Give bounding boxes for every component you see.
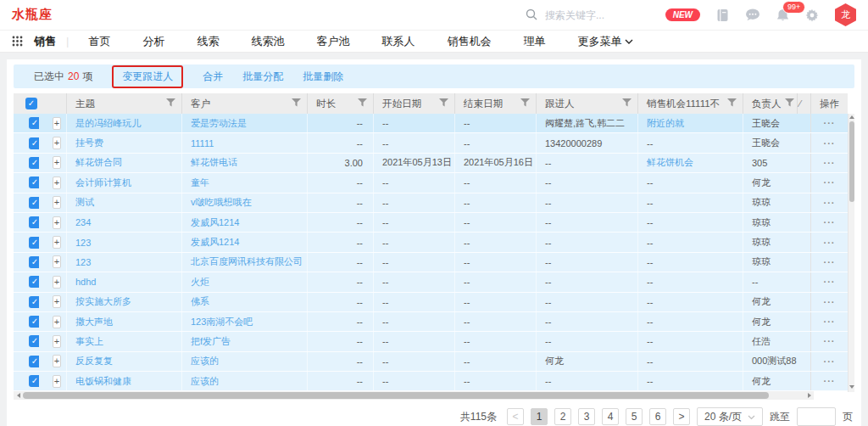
nav-more-menu[interactable]: 更多菜单 [561,34,637,49]
merge-button[interactable]: 合并 [203,70,223,84]
row-more-actions-button[interactable]: ··· [824,297,836,307]
cell-customer[interactable]: 123南湖不会吧 [181,312,307,331]
filter-icon[interactable] [358,98,367,109]
cell-customer[interactable]: 北京百度网讯科技有限公司 [181,253,307,272]
batch-assign-button[interactable]: 批量分配 [242,70,283,84]
page-number-button[interactable]: 5 [626,408,643,425]
row-checkbox[interactable] [29,356,39,367]
row-checkbox[interactable] [29,157,39,169]
prev-page-button[interactable]: < [507,408,524,425]
nav-item-opportunities[interactable]: 销售机会 [431,34,507,49]
row-more-actions-button[interactable]: ··· [824,336,836,346]
row-checkbox[interactable] [29,276,39,288]
select-all-checkbox[interactable] [25,98,37,109]
filter-icon[interactable] [520,98,530,109]
cell-subject[interactable]: 鲜花饼合同 [66,154,181,172]
cell-subject[interactable]: 挂号费 [66,133,181,152]
expand-row-button[interactable]: + [53,375,61,388]
scroll-up-arrow-icon[interactable] [849,115,854,119]
expand-row-button[interactable]: + [53,117,61,130]
row-checkbox[interactable] [29,117,39,129]
scroll-down-arrow-icon[interactable] [849,385,854,389]
jump-to-page-input[interactable] [797,407,836,426]
new-badge[interactable]: NEW [665,8,700,21]
nav-item-home[interactable]: 首页 [72,34,126,49]
row-checkbox[interactable] [29,177,39,188]
row-checkbox[interactable] [29,335,39,347]
row-more-actions-button[interactable]: ··· [824,217,836,227]
row-more-actions-button[interactable]: ··· [824,238,836,248]
cell-subject[interactable]: 123 [66,233,181,251]
cell-customer[interactable]: 火炬 [181,272,307,291]
row-checkbox[interactable] [29,316,39,328]
batch-delete-button[interactable]: 批量删除 [303,70,343,84]
page-size-select[interactable]: 20 条/页 [697,407,763,426]
cell-customer[interactable]: 11111 [181,133,307,152]
cell-customer[interactable]: 应该的 [181,352,307,371]
row-more-actions-button[interactable]: ··· [824,376,836,386]
row-checkbox[interactable] [29,237,39,249]
filter-icon[interactable] [785,98,794,109]
cell-customer[interactable]: 发威风1214 [181,233,307,251]
expand-row-button[interactable]: + [53,216,61,229]
page-number-button[interactable]: 3 [578,408,595,425]
nav-item-lead-pool[interactable]: 线索池 [235,34,300,49]
row-more-actions-button[interactable]: ··· [824,158,836,168]
next-page-button[interactable]: > [673,408,690,425]
filter-icon[interactable] [292,98,301,109]
expand-row-button[interactable]: + [53,156,61,169]
cell-customer[interactable]: 童年 [181,173,307,192]
expand-row-button[interactable]: + [53,177,61,189]
expand-row-button[interactable]: + [53,276,61,289]
nav-item-leads[interactable]: 线索 [181,34,235,49]
cell-subject[interactable]: 电饭锅和健康 [66,372,181,390]
filter-icon[interactable] [439,98,448,109]
cell-subject[interactable]: 会计师计算机 [66,173,181,192]
expand-row-button[interactable]: + [53,196,61,209]
horizontal-scroll-thumb[interactable] [23,392,769,399]
cell-subject[interactable]: 测试 [66,193,181,212]
cell-subject[interactable]: 234 [66,213,181,232]
cell-customer[interactable]: 把f发广告 [181,332,307,350]
cell-subject[interactable]: 是的冯绍峰玩儿 [66,114,181,132]
nav-item-analysis[interactable]: 分析 [126,34,181,49]
nav-item-contacts[interactable]: 联系人 [365,34,431,49]
cell-customer[interactable]: 鲜花饼电话 [181,154,307,172]
row-checkbox[interactable] [29,216,39,228]
expand-row-button[interactable]: + [53,335,61,348]
page-number-button[interactable]: 1 [531,408,548,425]
cell-customer[interactable]: 发威风1214 [181,213,307,232]
cell-customer[interactable]: 应该的 [181,372,307,390]
horizontal-scrollbar[interactable] [14,391,814,400]
cell-customer[interactable]: 佛系 [181,293,307,311]
filter-icon[interactable] [622,98,632,109]
row-checkbox[interactable] [29,296,39,308]
page-number-button[interactable]: 4 [602,408,619,425]
cell-subject[interactable]: hdhd [66,272,181,291]
cell-customer[interactable]: v啵吃哦想哦在 [181,193,307,212]
vertical-scrollbar[interactable] [848,114,854,392]
row-more-actions-button[interactable]: ··· [824,177,836,188]
row-more-actions-button[interactable]: ··· [824,198,836,208]
bell-icon[interactable]: 99+ [776,8,789,22]
cell-subject[interactable]: 事实上 [66,332,181,350]
expand-row-button[interactable]: + [53,355,61,367]
vertical-scroll-thumb[interactable] [849,121,854,202]
nav-item-customer-pool[interactable]: 客户池 [300,34,365,49]
global-search-input[interactable]: 搜索关键字... [526,0,604,31]
page-number-button[interactable]: 2 [554,408,571,425]
row-more-actions-button[interactable]: ··· [824,317,836,327]
cell-subject[interactable]: 123 [66,253,181,272]
page-number-button[interactable]: 6 [649,408,666,425]
expand-row-button[interactable]: + [53,255,61,268]
cell-opportunity[interactable]: 鲜花饼机会 [637,154,743,172]
scroll-right-arrow-icon[interactable] [804,393,814,398]
cell-subject[interactable]: 撒大声地 [66,312,181,331]
row-more-actions-button[interactable]: ··· [824,356,836,367]
row-checkbox[interactable] [29,137,39,149]
row-checkbox[interactable] [29,197,39,209]
nav-item-orders[interactable]: 理单 [507,34,561,49]
row-more-actions-button[interactable]: ··· [824,138,836,149]
row-checkbox[interactable] [29,375,39,387]
expand-row-button[interactable]: + [53,316,61,328]
